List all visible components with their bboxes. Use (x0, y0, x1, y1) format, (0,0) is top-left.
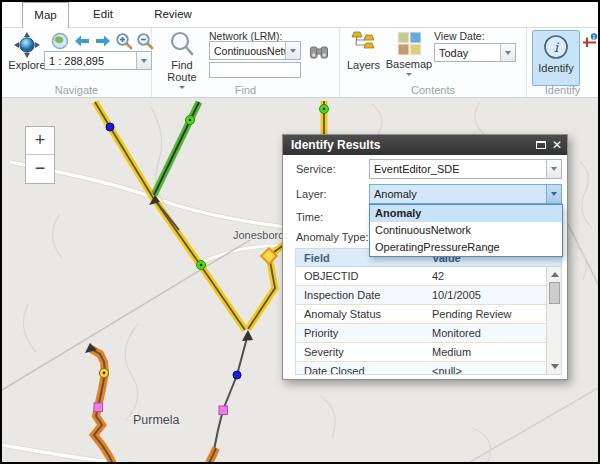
map-zoom-in-button[interactable]: + (26, 127, 54, 155)
layer-dropdown-list: Anomaly ContinuousNetwork OperatingPress… (369, 204, 563, 257)
map-viewport[interactable]: Jonesboro Purmela + − Identify Results ✕… (2, 98, 598, 462)
map-scale-combobox[interactable]: 1 : 288,895 (44, 51, 152, 70)
close-icon[interactable]: ✕ (552, 135, 562, 155)
scroll-thumb[interactable] (549, 282, 560, 304)
value-cell: Pending Review (427, 305, 561, 323)
view-date-value: Today (435, 47, 500, 59)
map-zoom-control: + − (25, 126, 55, 184)
map-scale-dropdown-button[interactable] (136, 52, 151, 69)
layer-combobox[interactable]: Anomaly (369, 184, 562, 204)
marker-green-point (197, 261, 206, 270)
full-extent-globe-icon[interactable] (51, 32, 69, 50)
chevron-down-icon (551, 167, 557, 171)
scroll-up-icon[interactable] (551, 272, 559, 277)
field-cell: OBJECTID (296, 267, 427, 285)
tab-review[interactable]: Review (147, 2, 199, 28)
find-route-label-line1: Find (171, 59, 192, 71)
basemap-tiles-icon (397, 31, 422, 58)
value-cell: 42 (427, 267, 561, 285)
dropdown-option-anomaly[interactable]: Anomaly (370, 205, 562, 222)
dialog-title: Identify Results (291, 138, 380, 152)
field-cell: Priority (296, 324, 427, 342)
layer-dropdown-button[interactable] (546, 185, 561, 203)
basemap-button[interactable]: Basemap (386, 30, 432, 90)
identify-group-label: Identify (527, 84, 598, 96)
network-lrm-value: ContinuousNetwork (210, 45, 285, 57)
explore-compass-icon (13, 31, 41, 59)
tab-edit[interactable]: Edit (80, 2, 126, 28)
contents-group-label: Contents (340, 84, 526, 96)
find-binoculars-icon[interactable] (309, 43, 329, 61)
service-combobox[interactable]: EventEditor_SDE (369, 159, 562, 179)
network-lrm-combobox[interactable]: ContinuousNetwork (209, 41, 301, 60)
town-label-purmela: Purmela (133, 413, 180, 427)
dropdown-option-operatingpressurerange[interactable]: OperatingPressureRange (370, 239, 562, 256)
tab-map[interactable]: Map (22, 2, 69, 28)
arrowhead-icon (242, 330, 253, 341)
table-row[interactable]: Anomaly Status Pending Review (296, 305, 561, 324)
identify-results-dialog: Identify Results ✕ Service: EventEditor_… (282, 134, 568, 380)
table-scrollbar[interactable] (546, 267, 561, 374)
view-date-combobox[interactable]: Today (434, 43, 516, 62)
marker-pink-square (94, 403, 103, 412)
marker-blue-point (106, 123, 114, 131)
table-row[interactable]: Date Closed <null> (296, 362, 561, 375)
chevron-down-icon (406, 73, 412, 76)
group-identify: i Identify Identify (527, 28, 598, 97)
marker-blue-point (233, 371, 241, 379)
ribbon: Explore 1 (2, 28, 598, 98)
network-lrm-dropdown-button[interactable] (285, 42, 300, 59)
value-cell: Monitored (427, 324, 561, 342)
chevron-down-icon (551, 192, 557, 196)
dropdown-option-continuousnetwork[interactable]: ContinuousNetwork (370, 222, 562, 239)
maximize-icon[interactable] (536, 141, 546, 149)
chevron-down-icon (141, 59, 147, 63)
next-extent-arrow-icon[interactable] (94, 32, 112, 50)
identify-label: Identify (538, 62, 573, 74)
previous-extent-arrow-icon[interactable] (73, 32, 91, 50)
view-date-dropdown-button[interactable] (500, 44, 515, 61)
value-cell: <null> (427, 362, 561, 375)
table-row[interactable]: Severity Medium (296, 343, 561, 362)
navigate-group-label: Navigate (2, 84, 151, 96)
identify-route-location-icon[interactable] (582, 33, 598, 49)
layers-button[interactable]: Layers (343, 30, 384, 78)
chevron-down-icon (505, 51, 511, 55)
service-dropdown-button[interactable] (546, 160, 561, 178)
table-row[interactable]: Inspection Date 10/1/2005 (296, 286, 561, 305)
identify-button[interactable]: i Identify (532, 30, 580, 86)
field-cell: Inspection Date (296, 286, 427, 304)
group-find: Find Route Network (LRM): ContinuousNetw… (152, 28, 340, 97)
map-zoom-out-button[interactable]: − (26, 155, 54, 183)
explore-label: Explore (8, 59, 45, 71)
table-row[interactable]: Priority Monitored (296, 324, 561, 343)
find-group-label: Find (152, 84, 339, 96)
marker-green-point (186, 116, 195, 125)
basemap-label: Basemap (386, 58, 432, 70)
value-cell: 10/1/2005 (427, 286, 561, 304)
route-search-input[interactable] (209, 62, 301, 78)
view-date-label: View Date: (434, 30, 485, 42)
value-cell: Medium (427, 343, 561, 361)
layer-value: Anomaly (370, 188, 546, 200)
field-cell: Date Closed (296, 362, 427, 375)
find-route-magnifier-icon (169, 31, 195, 59)
field-cell: Anomaly Status (296, 305, 427, 323)
town-label-jonesboro: Jonesboro (233, 229, 284, 241)
find-route-label-line2: Route (167, 71, 196, 83)
table-row[interactable]: OBJECTID 42 (296, 267, 561, 286)
scroll-down-icon[interactable] (551, 364, 559, 369)
chevron-down-icon (290, 49, 296, 53)
attributes-table: Field Value OBJECTID 42 Inspection Date … (295, 248, 562, 375)
field-cell: Severity (296, 343, 427, 361)
dialog-titlebar[interactable]: Identify Results ✕ (283, 135, 567, 155)
identify-info-icon: i (543, 34, 569, 60)
group-contents: Layers Basemap View Date: Today Contents (340, 28, 527, 97)
explore-button[interactable]: Explore (6, 30, 48, 78)
layers-label: Layers (347, 59, 380, 71)
service-value: EventEditor_SDE (370, 163, 546, 175)
event-editor-window: Map Edit Review Explore (0, 0, 600, 464)
group-navigate: Explore 1 (2, 28, 152, 97)
time-label: Time: (296, 211, 323, 223)
zoom-in-tool-icon[interactable] (115, 32, 133, 50)
